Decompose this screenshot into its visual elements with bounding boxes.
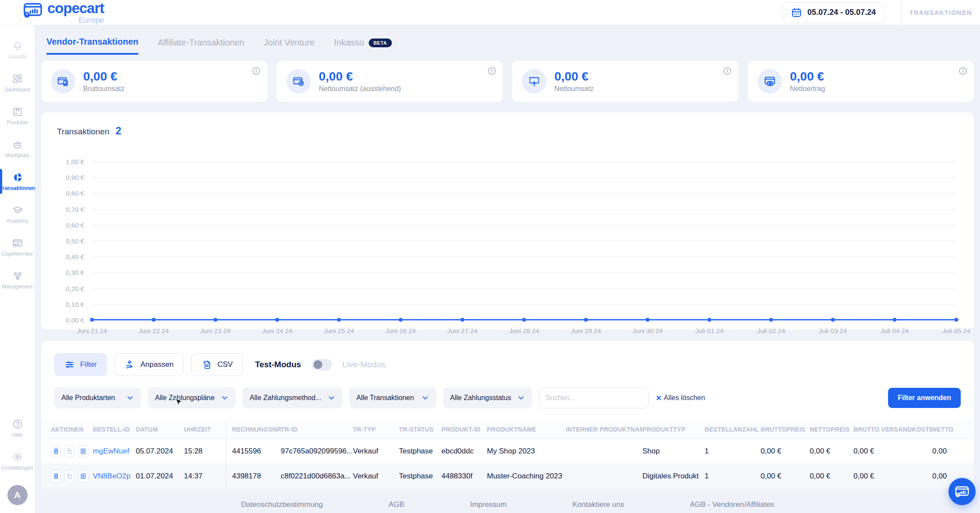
cell-tr-status: Testphase xyxy=(399,472,441,481)
copecart-logo[interactable]: copecart Europe xyxy=(23,1,104,24)
cell-bestell-id[interactable]: mgEwNuef xyxy=(93,447,136,456)
cell-nettopreis: 0,00 € xyxy=(810,472,853,481)
sidebar-item-aktivität[interactable]: Aktivität xyxy=(0,37,35,63)
footer-link-agb[interactable]: AGB xyxy=(388,500,404,509)
chart-gridline: 0,70 € xyxy=(92,209,956,210)
apply-filter-button[interactable]: Filter anwenden xyxy=(888,388,961,408)
footer-link-agb-vendoren-affiliates[interactable]: AGB - Vendoren/Affiliates xyxy=(690,500,774,509)
sidebar-item-management[interactable]: Management xyxy=(0,267,35,293)
tab-vendor-transaktionen[interactable]: Vendor-Transaktionen xyxy=(46,37,138,55)
invoice-action-button[interactable] xyxy=(78,470,88,482)
chart-y-tick: 0,60 € xyxy=(66,221,84,228)
stat-card-nettoertrag: 0,00 € Nettoertrag xyxy=(748,61,974,102)
receipt-action-button[interactable] xyxy=(51,445,61,457)
copy-action-button[interactable] xyxy=(64,470,74,482)
dropdown-alle-zahlungsstatus[interactable]: Alle Zahlungsstatus xyxy=(443,387,532,408)
sidebar-item-copemember[interactable]: CopeMember xyxy=(0,234,35,260)
cell-rechnungsnr: 4398178 xyxy=(226,464,281,488)
chart-data-point xyxy=(522,318,526,322)
chart-data-point xyxy=(893,318,897,322)
logo-region: Europe xyxy=(79,16,104,24)
stat-label: Nettoumsatz (ausstehend) xyxy=(319,85,401,93)
footer-link-datenschutzbestimmung[interactable]: Datenschutzbestimmung xyxy=(241,500,323,509)
tab-label: Inkasso xyxy=(334,38,364,48)
dropdown-alle-zahlungsmethod-[interactable]: Alle Zahlungsmethod... xyxy=(243,387,342,408)
chart-data-point xyxy=(584,318,588,322)
column-header-bruttopreis: BRUTTOPREIS xyxy=(761,426,810,433)
clear-all-filters[interactable]: ✕ Alles löschen xyxy=(656,394,705,402)
sidebar-item-label: Hilfe xyxy=(12,432,22,438)
sidebar-item-einstellungen[interactable]: Einstellungen xyxy=(0,448,35,474)
footer-link-impressum[interactable]: Impressum xyxy=(470,500,507,509)
cell-bestell-id[interactable]: VN8BeO2p xyxy=(93,472,136,481)
cell-netto: 0,00 xyxy=(932,447,972,456)
chart-data-point xyxy=(399,318,403,322)
cell-brutto-versandkosten: 0,00 € xyxy=(853,447,932,456)
column-header-netto: NETTO xyxy=(932,426,972,433)
chart-x-tick: Juni 24 24 xyxy=(262,327,292,334)
column-header-rechnungsnr-: RECHNUNGSNR. xyxy=(226,420,281,439)
stat-label: Bruttoumsatz xyxy=(83,85,124,93)
user-avatar[interactable]: A xyxy=(7,485,28,505)
cell-nettopreis: 0,00 € xyxy=(810,447,853,456)
chart-x-tick: Juni 22 24 xyxy=(138,327,169,334)
basket-icon xyxy=(12,139,23,150)
graduation-icon xyxy=(12,204,23,216)
member-card-icon xyxy=(12,237,23,249)
sidebar-item-hilfe[interactable]: Hilfe xyxy=(0,415,35,442)
section-label: TRANSAKTIONEN xyxy=(906,9,976,16)
chart-data-point xyxy=(831,318,835,322)
search-input[interactable] xyxy=(539,387,649,408)
anpassen-button[interactable]: Anpassen xyxy=(115,353,184,376)
wallet-pending-icon xyxy=(286,69,311,94)
dropdown-alle-transaktionen[interactable]: Alle Transaktionen xyxy=(349,387,436,408)
pie-chart-icon xyxy=(12,172,23,183)
topbar-divider xyxy=(901,0,901,25)
tab-label: Joint Venture xyxy=(264,38,315,48)
cell-produkttyp: Shop xyxy=(642,447,705,456)
column-header-datum: DATUM xyxy=(136,426,184,433)
chat-widget-button[interactable] xyxy=(948,478,976,505)
cell-bestellanzahl: 1 xyxy=(705,447,761,456)
sidebar-item-dashboard[interactable]: Dashboard xyxy=(0,70,35,96)
csv-export-button[interactable]: CSV xyxy=(191,353,243,376)
info-icon[interactable] xyxy=(958,66,968,76)
sidebar-item-produkte[interactable]: Produkte xyxy=(0,102,35,129)
stat-card-nettoumsatz-ausstehend-: 0,00 € Nettoumsatz (ausstehend) xyxy=(277,61,503,102)
chart-plot-area: 1,00 €0,90 €0,80 €0,70 €0,60 €0,50 €0,40… xyxy=(92,162,956,320)
dropdown-alle-zahlungspläne[interactable]: Alle Zahlungspläne xyxy=(148,387,236,408)
invoice-action-button[interactable] xyxy=(78,445,88,457)
wallet-euro-icon xyxy=(758,69,782,94)
transactions-table: AKTIONENBESTELL-IDDATUMUHRZEITRECHNUNGSN… xyxy=(41,420,974,489)
footer-link-kontaktiere-uns[interactable]: Kontaktiere uns xyxy=(572,500,624,509)
tab-affiliate-transaktionen[interactable]: Affiliate-Transaktionen xyxy=(158,37,244,55)
stat-label: Nettoertrag xyxy=(790,85,825,93)
copecart-logo-icon xyxy=(23,2,43,17)
info-icon[interactable] xyxy=(487,66,497,76)
stat-value: 0,00 € xyxy=(554,70,594,84)
sidebar-item-marktplatz[interactable]: Marktplatz xyxy=(0,135,35,162)
sidebar-item-label: Transaktionen xyxy=(0,185,35,191)
chart-data-point xyxy=(90,318,94,322)
info-icon[interactable] xyxy=(251,66,261,76)
sidebar-item-label: Academy xyxy=(6,218,28,224)
mode-toggle[interactable] xyxy=(312,359,332,370)
chart-data-point xyxy=(646,318,650,322)
filter-button[interactable]: Filter xyxy=(54,353,107,376)
app-root: copecart Europe 05.07.24 - 05.07.24 xyxy=(0,0,980,513)
chart-y-tick: 0,90 € xyxy=(66,174,84,181)
receipt-action-button[interactable] xyxy=(51,470,61,482)
tab-joint-venture[interactable]: Joint Venture xyxy=(264,37,315,55)
info-icon[interactable] xyxy=(723,66,732,76)
chart-data-point xyxy=(769,318,773,322)
chevron-down-icon xyxy=(421,394,429,402)
tab-inkasso[interactable]: InkassoBETA xyxy=(334,37,392,55)
gear-icon xyxy=(12,451,23,463)
sidebar-item-academy[interactable]: Academy xyxy=(0,201,35,228)
chevron-down-icon xyxy=(328,394,335,402)
sidebar-item-transaktionen[interactable]: Transaktionen xyxy=(0,168,35,195)
dropdown-alle-produktarten[interactable]: Alle Produktarten xyxy=(54,387,141,408)
date-range-picker[interactable]: 05.07.24 - 05.07.24 xyxy=(783,2,884,23)
copy-action-button[interactable] xyxy=(64,445,74,457)
dropdown-value: Alle Produktarten xyxy=(61,394,115,402)
